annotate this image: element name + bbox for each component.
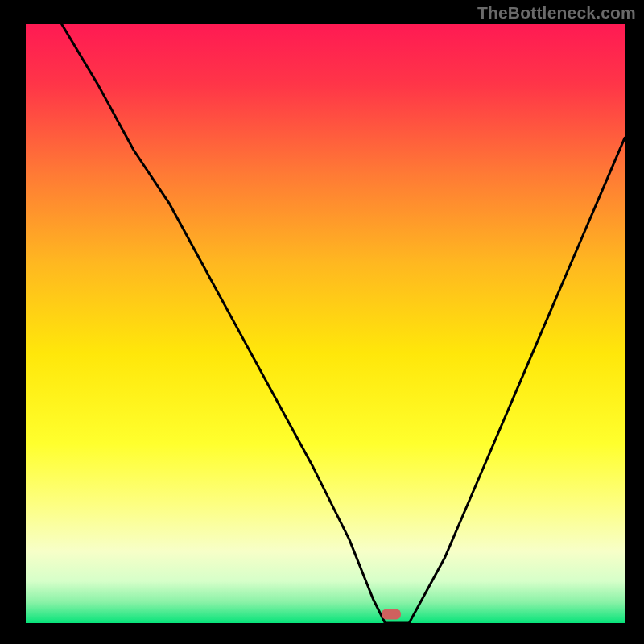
plot-area bbox=[26, 24, 625, 623]
plot-outer bbox=[26, 24, 625, 623]
bottleneck-curve bbox=[26, 24, 625, 623]
watermark-text: TheBottleneck.com bbox=[477, 3, 636, 23]
optimal-point-marker bbox=[382, 609, 401, 619]
chart-frame: TheBottleneck.com bbox=[0, 0, 644, 644]
